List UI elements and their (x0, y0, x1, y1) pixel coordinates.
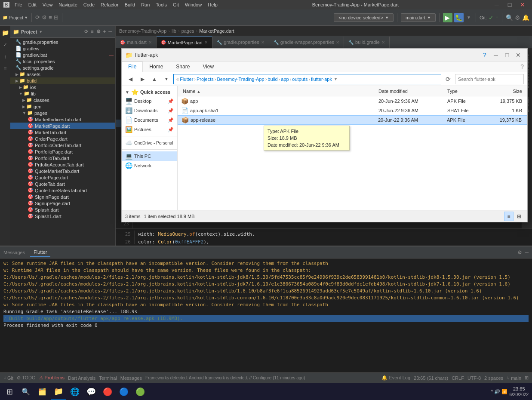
search-button[interactable]: 🔍 (506, 14, 513, 21)
addr-crumb-build[interactable]: build (268, 77, 277, 82)
breadcrumb-pages[interactable]: pages (181, 28, 194, 34)
git-push[interactable]: ↑ (495, 14, 498, 21)
breadcrumb-file[interactable]: MarketPage.dart (199, 28, 234, 34)
menu-view[interactable]: View (40, 1, 55, 8)
tree-item-gradlew-bat[interactable]: 📄 gradlew.bat — (10, 52, 115, 58)
start-button[interactable]: ⊞ (2, 384, 17, 400)
tab-main-dart[interactable]: 🎯 main.dart ✕ (116, 37, 157, 48)
view-details-button[interactable]: ≡ (504, 212, 514, 221)
menu-window[interactable]: Window (182, 1, 204, 8)
status-todo[interactable]: ⊘ TODO (17, 375, 35, 381)
tree-item-lib[interactable]: ▼ 📁 lib (10, 90, 115, 97)
menu-run[interactable]: Run (138, 1, 152, 8)
file-row-app[interactable]: 📦 app 20-Jun-22 9:36 AM APK File 19,375 … (178, 96, 527, 106)
minimize-panel-icon[interactable]: ─ (525, 249, 529, 255)
collapse-icon[interactable]: ─ (108, 28, 113, 35)
nav-recent-button[interactable]: ▼ (161, 74, 172, 84)
settings-button[interactable]: ⚙ (515, 14, 520, 21)
addr-crumb-app[interactable]: Benemoy-Trading-App (217, 77, 264, 82)
ribbon-help-icon[interactable]: ? (517, 62, 527, 72)
taskbar-clock[interactable]: 23:65 6/20/2022 (510, 386, 529, 397)
breadcrumb-app[interactable]: Benemoy-Trading-App (119, 28, 166, 34)
status-dart-analysis[interactable]: Dart Analysis (68, 375, 95, 381)
menu-bar[interactable]: File Edit View Navigate Code Refactor Bu… (12, 1, 220, 8)
structure-icon-btn[interactable]: ≡ (1, 65, 9, 73)
ribbon-tab-home[interactable]: Home (143, 62, 169, 72)
col-name[interactable]: Name ▲ (179, 89, 375, 94)
dialog-help-button[interactable]: ? (479, 50, 490, 60)
sidebar-documents[interactable]: 📄 Documents 📌 (122, 115, 177, 125)
pull-request-icon-btn[interactable]: ↑ (1, 52, 9, 61)
menu-tools[interactable]: Tools (153, 1, 169, 8)
tree-item-ios[interactable]: ▶ 📁 ios (10, 84, 115, 90)
tree-item-signinpage[interactable]: 🎯 SignInPage.dart (10, 194, 115, 200)
menu-file[interactable]: File (12, 1, 25, 8)
tree-item-gradle-properties[interactable]: 🔧 gradle.properties (10, 39, 115, 45)
tab-gradle-wrapper[interactable]: 🔧 gradle-wrapper.properties ✕ (269, 37, 344, 48)
tree-item-signuppage[interactable]: 🎯 SignupPage.dart (10, 200, 115, 206)
more-run-options[interactable]: ▼ (465, 13, 472, 22)
tab-close-marketpage[interactable]: ✕ (204, 40, 208, 45)
ribbon-tab-view[interactable]: View (196, 62, 220, 72)
tree-item-splash1[interactable]: 🎯 Splash1.dart (10, 213, 115, 219)
device-select[interactable]: <no device selected> ▼ (334, 13, 394, 22)
status-git[interactable]: ⑂ Git (3, 375, 13, 381)
tree-item-classes[interactable]: ▶ 📁 classes (10, 97, 115, 103)
sidebar-pictures[interactable]: 🖼️ Pictures 📌 (122, 125, 177, 134)
taskbar-icon-telegram[interactable]: 💬 (83, 384, 99, 400)
tab-build-gradle[interactable]: 🔧 build.gradle ✕ (344, 37, 390, 48)
tree-item-quotemarket[interactable]: 🎯 QuoteMarketTab.dart (10, 168, 115, 174)
tree-item-quotepage[interactable]: 🎯 QuotePage.dart (10, 174, 115, 181)
taskbar-icon-edge[interactable]: 🌐 (67, 384, 83, 400)
commit-icon-btn[interactable]: ✓ (1, 40, 9, 49)
git-file-dropdown[interactable]: main.dart ▼ (401, 13, 436, 22)
tree-item-gradlew[interactable]: 📄 gradlew (10, 45, 115, 52)
tree-item-gen[interactable]: ▶ 📁 gen (10, 103, 115, 110)
addr-crumb-outputs[interactable]: outputs (292, 77, 308, 82)
tree-item-splash[interactable]: 🎯 Splash.dart (10, 206, 115, 213)
git-branch[interactable]: ⑂ main (507, 375, 521, 381)
indent-setting[interactable]: 2 spaces (484, 375, 503, 381)
status-messages[interactable]: Messages (120, 375, 142, 381)
file-dialog[interactable]: 📁 flutter-apk ? ─ □ ✕ File Home Share Vi… (121, 48, 528, 222)
notifications-button[interactable]: 🔔 (522, 14, 529, 21)
close-button[interactable]: ✕ (517, 0, 529, 9)
addr-crumb-app2[interactable]: app (281, 77, 289, 82)
taskbar-icon-explorer[interactable]: 📁 (51, 384, 66, 400)
sidebar-desktop[interactable]: 🖥️ Desktop 📌 (122, 96, 177, 106)
tree-item-marketpage[interactable]: 🎯 MarketPage.dart (10, 123, 115, 129)
toolbar-more[interactable]: ≡ (49, 14, 52, 21)
taskbar-icon-media[interactable]: 🔴 (100, 384, 115, 400)
nav-forward-button[interactable]: ▶ (137, 74, 148, 84)
tab-close-gradle[interactable]: ✕ (261, 40, 264, 45)
addr-crumb-flutter[interactable]: Flutter (180, 77, 193, 82)
tree-item-markettab[interactable]: 🎯 MarketTab.dart (10, 129, 115, 135)
tab-flutter[interactable]: Flutter (30, 248, 50, 257)
debug-button[interactable]: 🐛 (454, 13, 464, 22)
dialog-minimize-button[interactable]: ─ (490, 50, 501, 60)
nav-up-button[interactable]: ▲ (149, 74, 160, 84)
tree-item-quotetab[interactable]: 🎯 QuoteTab.dart (10, 181, 115, 187)
event-log[interactable]: 🔔 Event Log (381, 375, 410, 381)
project-icon-btn[interactable]: 📁 (1, 28, 9, 37)
toolbar-split[interactable]: ⊞ (54, 14, 58, 21)
minimize-button[interactable]: ─ (491, 0, 503, 9)
dialog-maximize-button[interactable]: □ (501, 50, 513, 60)
status-terminal[interactable]: Terminal (99, 375, 117, 381)
sidebar-onedrive[interactable]: ☁️ OneDrive - Personal (122, 138, 177, 148)
tree-item-orderpage[interactable]: 🎯 OrderPage.dart (10, 135, 115, 142)
refresh-button[interactable]: ⟳ (443, 74, 453, 84)
tree-item-portfoliopage[interactable]: 🎯 PortfolioPage.dart (10, 148, 115, 155)
search-input[interactable] (455, 74, 524, 84)
search-button-taskbar[interactable]: 🔍 (18, 384, 34, 400)
maximize-button[interactable]: □ (504, 0, 516, 9)
addr-part-0[interactable]: « (176, 77, 179, 82)
run-button[interactable]: ▶ (443, 13, 452, 22)
breadcrumb-lib[interactable]: lib (172, 28, 176, 34)
ribbon-tab-file[interactable]: File (122, 62, 143, 72)
file-row-app-release[interactable]: 📦 app-release 20-Jun-22 9:36 AM APK File… (178, 115, 527, 125)
tree-item-portfolioordertab[interactable]: 🎯 PortfolioOrderTab.dart (10, 142, 115, 148)
col-type[interactable]: Type (444, 89, 487, 94)
menu-code[interactable]: Code (81, 1, 97, 8)
expand-icon[interactable]: + (102, 28, 107, 35)
